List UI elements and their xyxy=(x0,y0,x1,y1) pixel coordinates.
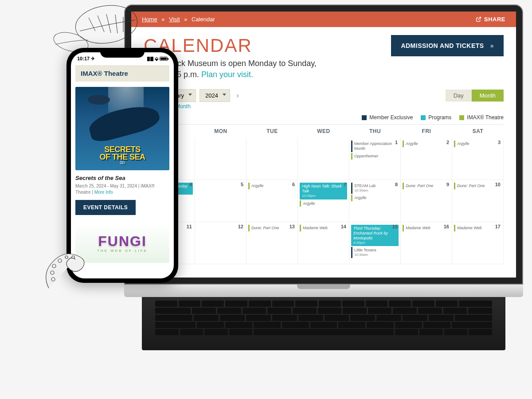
day-number: 8 xyxy=(395,182,398,187)
calendar-cell[interactable]: 2Argylle xyxy=(401,138,452,180)
laptop-keyboard xyxy=(142,297,505,350)
calendar-event[interactable]: Argylle xyxy=(454,141,501,147)
svg-point-2 xyxy=(51,278,55,281)
view-day-button[interactable]: Day xyxy=(446,90,472,102)
next-month-arrow[interactable]: › xyxy=(234,91,242,100)
laptop-frame: Home » Visit » Calendar SHARE CALENDAR xyxy=(124,4,523,350)
svg-point-7 xyxy=(72,256,74,258)
event-poster-secrets[interactable]: SECRETSOF THE SEA 3D xyxy=(75,87,169,170)
svg-point-6 xyxy=(65,256,68,258)
view-month-button[interactable]: Month xyxy=(472,90,504,102)
decorative-leaf-sketch xyxy=(44,0,142,53)
calendar-event[interactable]: Argylle xyxy=(300,200,347,207)
admission-tickets-button[interactable]: ADMISSION AND TICKETS» xyxy=(391,35,504,56)
legend: Member Exclusive Programs IMAX® Theatre xyxy=(144,114,504,121)
calendar-cell[interactable]: 9Dune: Part One xyxy=(401,180,452,222)
event-title: Secrets of the Sea xyxy=(75,175,169,181)
event-dates: March 25, 2024 - May 31, 2024 | IMAX® Th… xyxy=(75,183,169,196)
chevron-right-icon: » xyxy=(490,42,494,49)
calendar-cell[interactable]: 16Madame Web xyxy=(401,222,452,264)
breadcrumb: Home » Visit » Calendar xyxy=(142,16,215,23)
calendar-cell[interactable]: 1Member Appreciation MonthOppenheimer xyxy=(349,138,401,180)
day-number: 1 xyxy=(395,140,398,145)
phone-time: 10:17 ✈ xyxy=(77,56,95,62)
day-number: 3 xyxy=(498,140,501,145)
calendar-grid: SUNMONTUEWEDTHUFRISAT 1Member Appreciati… xyxy=(144,124,504,264)
day-header: WED xyxy=(298,125,349,138)
calendar-cell[interactable] xyxy=(195,138,246,180)
breadcrumb-current: Calendar xyxy=(192,16,215,23)
breadcrumb-visit[interactable]: Visit xyxy=(169,16,180,23)
calendar-cell[interactable]: 6Argylle xyxy=(246,180,298,222)
day-header: TUE xyxy=(246,125,298,138)
calendar-event[interactable]: High Noon Talk: Shark Talk12:00pm xyxy=(300,183,347,199)
calendar-cell[interactable]: 12 xyxy=(195,222,246,264)
share-button[interactable]: SHARE xyxy=(476,16,505,23)
plan-visit-link[interactable]: Plan your visit. xyxy=(201,70,253,79)
day-number: 11 xyxy=(187,224,192,229)
view-toggle: Day Month xyxy=(446,90,504,102)
calendar-cell[interactable]: 14Madame Web xyxy=(298,222,349,264)
calendar-event[interactable]: Dune: Part One xyxy=(454,183,501,189)
battery-icon xyxy=(160,57,168,61)
share-icon xyxy=(476,16,481,22)
day-header: MON xyxy=(195,125,246,138)
day-header: SAT xyxy=(452,125,504,138)
svg-point-4 xyxy=(52,264,56,268)
day-number: 15 xyxy=(392,224,398,229)
website-viewport: Home » Visit » Calendar SHARE CALENDAR xyxy=(131,12,516,278)
calendar-event[interactable]: Oppenheimer xyxy=(351,153,399,160)
caret-down-icon xyxy=(188,94,192,96)
calendar-cell[interactable]: 3Argylle xyxy=(452,138,504,180)
day-number: 17 xyxy=(495,224,501,229)
calendar-cell[interactable]: 8STEAM Lab10:30amArgylle xyxy=(349,180,401,222)
decorative-tentacle-sketch xyxy=(40,244,102,297)
calendar-event[interactable]: Madame Web xyxy=(300,225,347,231)
day-number: 13 xyxy=(289,224,295,229)
day-number: 10 xyxy=(495,182,501,187)
day-header: THU xyxy=(349,125,401,138)
calendar-event[interactable]: Third Thursday: Enchanted Rock by Montop… xyxy=(351,225,399,246)
signal-icon xyxy=(147,57,153,61)
day-number: 6 xyxy=(292,182,295,187)
day-number: 16 xyxy=(444,224,449,229)
calendar-cell[interactable]: 7High Noon Talk: Shark Talk12:00pmArgyll… xyxy=(298,180,349,222)
top-bar: Home » Visit » Calendar SHARE xyxy=(131,12,516,27)
day-header: FRI xyxy=(401,125,452,138)
breadcrumb-home[interactable]: Home xyxy=(142,16,157,23)
wifi-icon: ⬙ xyxy=(155,56,158,62)
phone-section-heading: IMAX® Theatre xyxy=(75,65,169,82)
calendar-event[interactable]: Madame Web xyxy=(454,225,501,231)
calendar-cell[interactable]: 15Third Thursday: Enchanted Rock by Mont… xyxy=(349,222,401,264)
day-number: 2 xyxy=(446,140,449,145)
day-number: 7 xyxy=(344,182,346,187)
calendar-event[interactable]: STEAM Lab10:30am xyxy=(351,183,399,193)
caret-down-icon xyxy=(223,94,226,96)
calendar-event[interactable]: Dune: Part One xyxy=(248,225,296,231)
event-details-button[interactable]: EVENT DETAILS xyxy=(75,200,136,215)
calendar-cell[interactable] xyxy=(298,138,349,180)
calendar-event[interactable]: Argylle xyxy=(351,195,399,201)
day-number: 12 xyxy=(238,224,243,229)
calendar-cell[interactable]: 10Dune: Part One xyxy=(452,180,504,222)
calendar-cell[interactable]: 17Madame Web xyxy=(452,222,504,264)
more-info-link[interactable]: More Info xyxy=(94,190,113,195)
svg-point-3 xyxy=(51,271,54,274)
calendar-cell[interactable] xyxy=(246,138,298,180)
day-number: 9 xyxy=(446,182,449,187)
calendar-event[interactable]: Member Appreciation Month xyxy=(351,141,399,152)
day-number: 5 xyxy=(241,182,243,187)
calendar-cell[interactable]: 5 xyxy=(195,180,246,222)
day-number: 4 xyxy=(189,182,192,187)
svg-point-5 xyxy=(58,259,62,262)
calendar-event[interactable]: Madame Web xyxy=(403,225,450,231)
calendar-event[interactable]: Dune: Part One xyxy=(403,183,450,189)
day-number: 14 xyxy=(341,224,346,229)
calendar-event[interactable]: Argylle xyxy=(248,183,296,189)
calendar-event[interactable]: Little Texans10:30am xyxy=(351,247,399,258)
calendar-event[interactable]: Argylle xyxy=(403,141,450,147)
calendar-cell[interactable]: 13Dune: Part One xyxy=(246,222,298,264)
year-select[interactable]: 2024 xyxy=(200,89,230,102)
